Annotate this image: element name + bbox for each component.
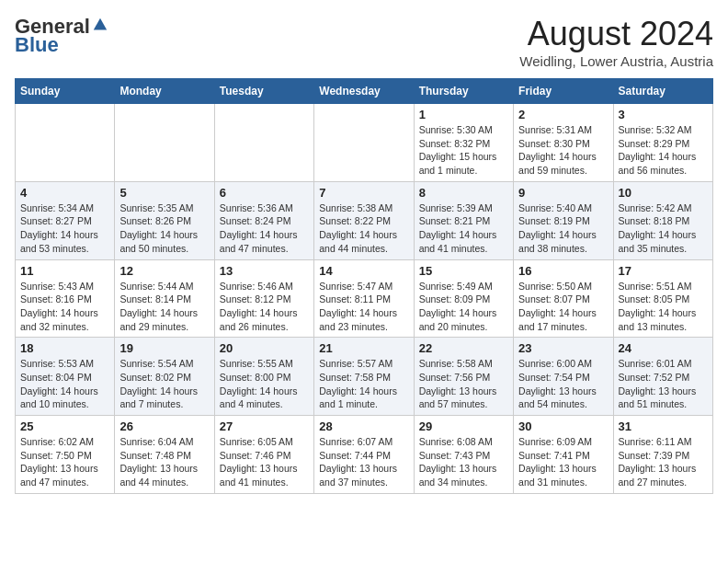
table-row: 19Sunrise: 5:54 AM Sunset: 8:02 PM Dayli… bbox=[115, 338, 214, 416]
day-number: 1 bbox=[419, 108, 508, 121]
day-info: Sunrise: 5:38 AM Sunset: 8:22 PM Dayligh… bbox=[319, 201, 408, 256]
day-info: Sunrise: 6:01 AM Sunset: 7:52 PM Dayligh… bbox=[619, 357, 708, 411]
day-number: 28 bbox=[319, 419, 408, 433]
table-row: 6Sunrise: 5:36 AM Sunset: 8:24 PM Daylig… bbox=[214, 181, 313, 259]
day-info: Sunrise: 6:02 AM Sunset: 7:50 PM Dayligh… bbox=[20, 435, 109, 489]
table-row: 8Sunrise: 5:39 AM Sunset: 8:21 PM Daylig… bbox=[414, 181, 513, 259]
day-number: 7 bbox=[319, 186, 408, 200]
table-row: 23Sunrise: 6:00 AM Sunset: 7:54 PM Dayli… bbox=[514, 338, 613, 416]
day-number: 20 bbox=[220, 341, 309, 355]
day-number: 21 bbox=[319, 341, 408, 355]
day-number: 14 bbox=[319, 264, 408, 278]
table-row: 29Sunrise: 6:08 AM Sunset: 7:43 PM Dayli… bbox=[414, 416, 513, 494]
col-sunday: Sunday bbox=[16, 79, 115, 104]
logo-icon bbox=[92, 17, 108, 33]
day-info: Sunrise: 5:49 AM Sunset: 8:09 PM Dayligh… bbox=[419, 280, 508, 334]
table-row: 30Sunrise: 6:09 AM Sunset: 7:41 PM Dayli… bbox=[514, 416, 613, 494]
month-title: August 2024 bbox=[519, 15, 713, 53]
day-info: Sunrise: 6:09 AM Sunset: 7:41 PM Dayligh… bbox=[518, 435, 608, 489]
day-number: 25 bbox=[20, 419, 109, 433]
calendar-header-row: Sunday Monday Tuesday Wednesday Thursday… bbox=[16, 79, 713, 104]
day-info: Sunrise: 5:50 AM Sunset: 8:07 PM Dayligh… bbox=[518, 280, 608, 334]
calendar-week-row: 18Sunrise: 5:53 AM Sunset: 8:04 PM Dayli… bbox=[16, 338, 713, 416]
day-number: 12 bbox=[119, 264, 209, 278]
table-row: 7Sunrise: 5:38 AM Sunset: 8:22 PM Daylig… bbox=[314, 181, 414, 259]
day-info: Sunrise: 6:08 AM Sunset: 7:43 PM Dayligh… bbox=[419, 435, 508, 489]
table-row: 26Sunrise: 6:04 AM Sunset: 7:48 PM Dayli… bbox=[115, 416, 214, 494]
day-info: Sunrise: 5:30 AM Sunset: 8:32 PM Dayligh… bbox=[419, 123, 508, 178]
day-info: Sunrise: 5:31 AM Sunset: 8:30 PM Dayligh… bbox=[518, 123, 608, 178]
table-row: 17Sunrise: 5:51 AM Sunset: 8:05 PM Dayli… bbox=[613, 259, 712, 338]
col-saturday: Saturday bbox=[613, 79, 712, 104]
day-number: 13 bbox=[220, 264, 309, 278]
day-number: 11 bbox=[20, 264, 109, 278]
day-info: Sunrise: 6:05 AM Sunset: 7:46 PM Dayligh… bbox=[220, 435, 309, 489]
table-row: 9Sunrise: 5:40 AM Sunset: 8:19 PM Daylig… bbox=[514, 181, 613, 259]
day-info: Sunrise: 5:47 AM Sunset: 8:11 PM Dayligh… bbox=[319, 280, 408, 334]
table-row: 25Sunrise: 6:02 AM Sunset: 7:50 PM Dayli… bbox=[16, 416, 115, 494]
day-info: Sunrise: 5:55 AM Sunset: 8:00 PM Dayligh… bbox=[220, 357, 309, 411]
day-number: 5 bbox=[119, 186, 209, 200]
table-row: 28Sunrise: 6:07 AM Sunset: 7:44 PM Dayli… bbox=[314, 416, 414, 494]
day-number: 22 bbox=[419, 341, 508, 355]
table-row: 3Sunrise: 5:32 AM Sunset: 8:29 PM Daylig… bbox=[613, 104, 712, 182]
table-row: 24Sunrise: 6:01 AM Sunset: 7:52 PM Dayli… bbox=[613, 338, 712, 416]
calendar-week-row: 25Sunrise: 6:02 AM Sunset: 7:50 PM Dayli… bbox=[16, 416, 713, 494]
day-number: 16 bbox=[518, 264, 608, 278]
day-number: 31 bbox=[619, 419, 708, 433]
col-wednesday: Wednesday bbox=[314, 79, 414, 104]
day-number: 9 bbox=[518, 186, 608, 200]
day-info: Sunrise: 5:46 AM Sunset: 8:12 PM Dayligh… bbox=[220, 280, 309, 334]
calendar-table: Sunday Monday Tuesday Wednesday Thursday… bbox=[15, 78, 713, 494]
day-info: Sunrise: 5:34 AM Sunset: 8:27 PM Dayligh… bbox=[20, 201, 109, 256]
day-info: Sunrise: 6:11 AM Sunset: 7:39 PM Dayligh… bbox=[619, 435, 708, 489]
table-row bbox=[16, 104, 115, 182]
day-number: 18 bbox=[20, 341, 109, 355]
col-friday: Friday bbox=[514, 79, 613, 104]
table-row: 14Sunrise: 5:47 AM Sunset: 8:11 PM Dayli… bbox=[314, 259, 414, 338]
day-info: Sunrise: 5:51 AM Sunset: 8:05 PM Dayligh… bbox=[619, 280, 708, 334]
day-info: Sunrise: 6:00 AM Sunset: 7:54 PM Dayligh… bbox=[518, 357, 608, 411]
table-row: 1Sunrise: 5:30 AM Sunset: 8:32 PM Daylig… bbox=[414, 104, 513, 182]
day-info: Sunrise: 5:58 AM Sunset: 7:56 PM Dayligh… bbox=[419, 357, 508, 411]
table-row: 10Sunrise: 5:42 AM Sunset: 8:18 PM Dayli… bbox=[613, 181, 712, 259]
day-info: Sunrise: 5:57 AM Sunset: 7:58 PM Dayligh… bbox=[319, 357, 408, 411]
day-info: Sunrise: 5:42 AM Sunset: 8:18 PM Dayligh… bbox=[619, 201, 708, 256]
day-number: 10 bbox=[619, 186, 708, 200]
col-monday: Monday bbox=[115, 79, 214, 104]
logo-blue: Blue bbox=[15, 33, 59, 57]
table-row: 5Sunrise: 5:35 AM Sunset: 8:26 PM Daylig… bbox=[115, 181, 214, 259]
day-number: 8 bbox=[419, 186, 508, 200]
day-info: Sunrise: 5:32 AM Sunset: 8:29 PM Dayligh… bbox=[619, 123, 708, 178]
day-number: 3 bbox=[619, 108, 708, 121]
svg-marker-0 bbox=[94, 18, 107, 30]
day-number: 4 bbox=[20, 186, 109, 200]
day-info: Sunrise: 5:43 AM Sunset: 8:16 PM Dayligh… bbox=[20, 280, 109, 334]
table-row: 13Sunrise: 5:46 AM Sunset: 8:12 PM Dayli… bbox=[214, 259, 313, 338]
table-row: 15Sunrise: 5:49 AM Sunset: 8:09 PM Dayli… bbox=[414, 259, 513, 338]
calendar-week-row: 11Sunrise: 5:43 AM Sunset: 8:16 PM Dayli… bbox=[16, 259, 713, 338]
table-row: 12Sunrise: 5:44 AM Sunset: 8:14 PM Dayli… bbox=[115, 259, 214, 338]
day-info: Sunrise: 5:44 AM Sunset: 8:14 PM Dayligh… bbox=[119, 280, 209, 334]
calendar-week-row: 4Sunrise: 5:34 AM Sunset: 8:27 PM Daylig… bbox=[16, 181, 713, 259]
day-info: Sunrise: 6:07 AM Sunset: 7:44 PM Dayligh… bbox=[319, 435, 408, 489]
table-row: 16Sunrise: 5:50 AM Sunset: 8:07 PM Dayli… bbox=[514, 259, 613, 338]
day-number: 23 bbox=[518, 341, 608, 355]
day-number: 26 bbox=[119, 419, 209, 433]
day-number: 24 bbox=[619, 341, 708, 355]
table-row: 22Sunrise: 5:58 AM Sunset: 7:56 PM Dayli… bbox=[414, 338, 513, 416]
day-number: 17 bbox=[619, 264, 708, 278]
day-number: 15 bbox=[419, 264, 508, 278]
table-row: 27Sunrise: 6:05 AM Sunset: 7:46 PM Dayli… bbox=[214, 416, 313, 494]
day-number: 27 bbox=[220, 419, 309, 433]
table-row: 18Sunrise: 5:53 AM Sunset: 8:04 PM Dayli… bbox=[16, 338, 115, 416]
day-number: 19 bbox=[119, 341, 209, 355]
day-info: Sunrise: 5:54 AM Sunset: 8:02 PM Dayligh… bbox=[119, 357, 209, 411]
day-info: Sunrise: 5:39 AM Sunset: 8:21 PM Dayligh… bbox=[419, 201, 508, 256]
table-row bbox=[115, 104, 214, 182]
day-info: Sunrise: 5:40 AM Sunset: 8:19 PM Dayligh… bbox=[518, 201, 608, 256]
day-number: 2 bbox=[518, 108, 608, 121]
table-row: 2Sunrise: 5:31 AM Sunset: 8:30 PM Daylig… bbox=[514, 104, 613, 182]
location: Weidling, Lower Austria, Austria bbox=[519, 53, 713, 69]
day-info: Sunrise: 5:53 AM Sunset: 8:04 PM Dayligh… bbox=[20, 357, 109, 411]
